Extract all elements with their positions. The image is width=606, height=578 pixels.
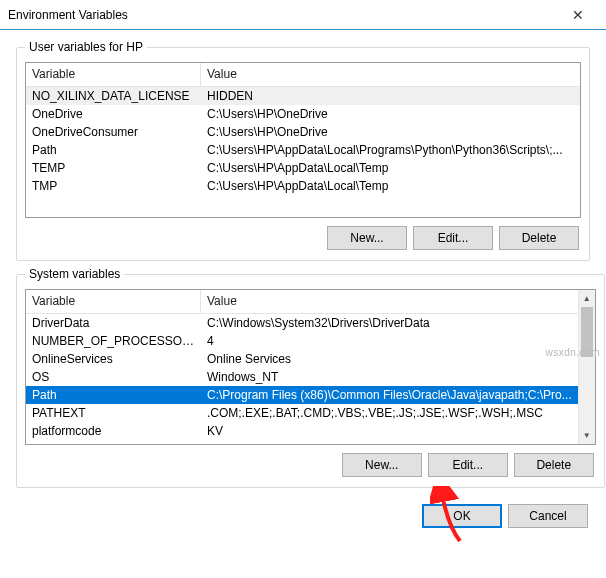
cell-variable: DriverData [26,316,201,330]
cell-value: C:\Windows\System32\Drivers\DriverData [201,316,578,330]
cell-value: Windows_NT [201,370,578,384]
table-row[interactable]: OSWindows_NT [26,368,578,386]
table-row[interactable]: DriverDataC:\Windows\System32\Drivers\Dr… [26,314,578,332]
system-new-button[interactable]: New... [342,453,422,477]
ok-button[interactable]: OK [422,504,502,528]
cell-variable: Path [26,143,201,157]
user-variables-group: User variables for HP Variable Value NO_… [16,40,590,261]
cell-value: C:\Users\HP\AppData\Local\Temp [201,179,580,193]
cell-value: C:\Program Files (x86)\Common Files\Orac… [201,388,578,402]
system-variables-legend: System variables [25,267,124,281]
system-variables-listbox[interactable]: Variable Value DriverDataC:\Windows\Syst… [25,289,596,445]
window-title: Environment Variables [8,8,558,22]
cell-value: C:\Users\HP\OneDrive [201,125,580,139]
cell-value: C:\Users\HP\AppData\Local\Programs\Pytho… [201,143,580,157]
system-variables-group: System variables Variable Value DriverDa… [16,267,605,488]
table-row[interactable]: TMPC:\Users\HP\AppData\Local\Temp [26,177,580,195]
dialog-content: User variables for HP Variable Value NO_… [0,30,606,498]
table-row[interactable]: PathC:\Program Files (x86)\Common Files\… [26,386,578,404]
cell-value: Online Services [201,352,578,366]
watermark-text: wsxdn.com [545,347,600,358]
cell-value: .COM;.EXE;.BAT;.CMD;.VBS;.VBE;.JS;.JSE;.… [201,406,578,420]
table-row[interactable]: NO_XILINX_DATA_LICENSEHIDDEN [26,87,580,105]
user-variables-listbox[interactable]: Variable Value NO_XILINX_DATA_LICENSEHID… [25,62,581,218]
close-icon[interactable]: ✕ [558,0,598,30]
table-row[interactable]: platformcodeKV [26,422,578,440]
cell-variable: OneDrive [26,107,201,121]
table-row[interactable]: OneDriveConsumerC:\Users\HP\OneDrive [26,123,580,141]
system-scrollbar[interactable]: ▲ ▼ [578,290,595,444]
cell-variable: TEMP [26,161,201,175]
cell-variable: OneDriveConsumer [26,125,201,139]
cell-variable: OS [26,370,201,384]
cell-value: C:\Users\HP\AppData\Local\Temp [201,161,580,175]
user-delete-button[interactable]: Delete [499,226,579,250]
table-row[interactable]: OneDriveC:\Users\HP\OneDrive [26,105,580,123]
scroll-down-icon[interactable]: ▼ [579,427,595,444]
cancel-button[interactable]: Cancel [508,504,588,528]
system-list-header: Variable Value [26,290,578,314]
scrollbar-track[interactable] [579,307,595,427]
table-row[interactable]: PATHEXT.COM;.EXE;.BAT;.CMD;.VBS;.VBE;.JS… [26,404,578,422]
user-buttons-row: New... Edit... Delete [25,226,581,250]
cell-variable: Path [26,388,201,402]
titlebar: Environment Variables ✕ [0,0,606,30]
system-delete-button[interactable]: Delete [514,453,594,477]
user-new-button[interactable]: New... [327,226,407,250]
cell-variable: TMP [26,179,201,193]
table-row[interactable]: TEMPC:\Users\HP\AppData\Local\Temp [26,159,580,177]
column-header-value[interactable]: Value [201,290,578,313]
footer-buttons: OK Cancel [0,498,606,536]
scroll-up-icon[interactable]: ▲ [579,290,595,307]
cell-value: KV [201,424,578,438]
cell-value: C:\Users\HP\OneDrive [201,107,580,121]
cell-variable: OnlineServices [26,352,201,366]
system-buttons-row: New... Edit... Delete [25,453,596,477]
user-edit-button[interactable]: Edit... [413,226,493,250]
column-header-value[interactable]: Value [201,63,580,86]
cell-value: HIDDEN [201,89,580,103]
column-header-variable[interactable]: Variable [26,290,201,313]
user-variables-legend: User variables for HP [25,40,147,54]
table-row[interactable]: OnlineServicesOnline Services [26,350,578,368]
system-edit-button[interactable]: Edit... [428,453,508,477]
cell-variable: platformcode [26,424,201,438]
cell-variable: NO_XILINX_DATA_LICENSE [26,89,201,103]
table-row[interactable]: PathC:\Users\HP\AppData\Local\Programs\P… [26,141,580,159]
table-row[interactable]: NUMBER_OF_PROCESSORS4 [26,332,578,350]
user-list-header: Variable Value [26,63,580,87]
cell-value: 4 [201,334,578,348]
column-header-variable[interactable]: Variable [26,63,201,86]
cell-variable: PATHEXT [26,406,201,420]
cell-variable: NUMBER_OF_PROCESSORS [26,334,201,348]
